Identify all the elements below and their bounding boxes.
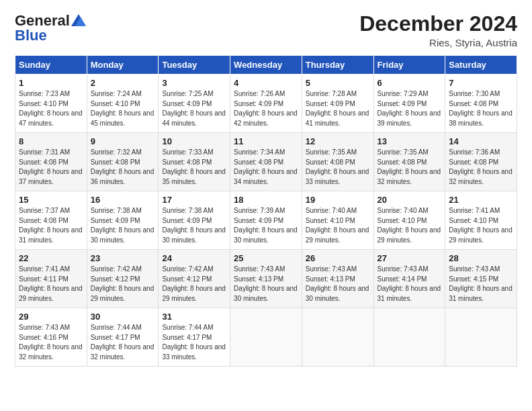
- day-number: 24: [162, 253, 226, 263]
- day-cell: 9 Sunrise: 7:32 AMSunset: 4:08 PMDayligh…: [87, 133, 159, 191]
- day-cell: 12 Sunrise: 7:35 AMSunset: 4:08 PMDaylig…: [302, 133, 373, 191]
- day-cell: 14 Sunrise: 7:36 AMSunset: 4:08 PMDaylig…: [445, 133, 517, 191]
- day-cell: 11 Sunrise: 7:34 AMSunset: 4:08 PMDaylig…: [230, 133, 302, 191]
- day-info: Sunrise: 7:33 AMSunset: 4:08 PMDaylight:…: [162, 148, 226, 187]
- day-info: Sunrise: 7:39 AMSunset: 4:09 PMDaylight:…: [234, 206, 298, 245]
- day-number: 7: [449, 78, 513, 88]
- day-info: Sunrise: 7:43 AMSunset: 4:16 PMDaylight:…: [19, 323, 83, 362]
- day-cell: 16 Sunrise: 7:38 AMSunset: 4:09 PMDaylig…: [87, 191, 159, 250]
- day-number: 30: [91, 312, 155, 322]
- calendar-table: SundayMondayTuesdayWednesdayThursdayFrid…: [15, 55, 517, 367]
- day-info: Sunrise: 7:44 AMSunset: 4:17 PMDaylight:…: [91, 323, 155, 362]
- day-cell: 30 Sunrise: 7:44 AMSunset: 4:17 PMDaylig…: [87, 308, 159, 367]
- day-number: 11: [234, 136, 298, 146]
- day-cell: 4 Sunrise: 7:26 AMSunset: 4:09 PMDayligh…: [230, 75, 302, 133]
- day-cell: 25 Sunrise: 7:43 AMSunset: 4:13 PMDaylig…: [230, 250, 302, 308]
- day-number: 6: [378, 78, 442, 88]
- day-cell: 29 Sunrise: 7:43 AMSunset: 4:16 PMDaylig…: [15, 308, 87, 367]
- day-number: 20: [378, 195, 442, 205]
- week-row-4: 22 Sunrise: 7:41 AMSunset: 4:11 PMDaylig…: [15, 250, 517, 308]
- day-number: 12: [306, 136, 370, 146]
- day-cell: 22 Sunrise: 7:41 AMSunset: 4:11 PMDaylig…: [15, 250, 87, 308]
- day-number: 9: [91, 136, 155, 146]
- day-info: Sunrise: 7:42 AMSunset: 4:12 PMDaylight:…: [162, 265, 226, 304]
- day-info: Sunrise: 7:31 AMSunset: 4:08 PMDaylight:…: [19, 148, 83, 187]
- col-header-saturday: Saturday: [445, 56, 517, 75]
- day-info: Sunrise: 7:43 AMSunset: 4:15 PMDaylight:…: [449, 265, 513, 304]
- day-cell: 15 Sunrise: 7:37 AMSunset: 4:08 PMDaylig…: [15, 191, 87, 250]
- day-info: Sunrise: 7:43 AMSunset: 4:13 PMDaylight:…: [306, 265, 370, 304]
- subtitle: Ries, Styria, Austria: [359, 37, 517, 48]
- day-info: Sunrise: 7:23 AMSunset: 4:10 PMDaylight:…: [19, 89, 83, 128]
- col-header-sunday: Sunday: [15, 56, 87, 75]
- day-info: Sunrise: 7:28 AMSunset: 4:09 PMDaylight:…: [306, 89, 370, 128]
- day-info: Sunrise: 7:37 AMSunset: 4:08 PMDaylight:…: [19, 206, 83, 245]
- day-info: Sunrise: 7:43 AMSunset: 4:13 PMDaylight:…: [234, 265, 298, 304]
- day-info: Sunrise: 7:32 AMSunset: 4:08 PMDaylight:…: [91, 148, 155, 187]
- day-number: 31: [162, 312, 226, 322]
- col-header-wednesday: Wednesday: [230, 56, 302, 75]
- day-cell: 27 Sunrise: 7:43 AMSunset: 4:14 PMDaylig…: [373, 250, 445, 308]
- day-number: 16: [91, 195, 155, 205]
- day-info: Sunrise: 7:44 AMSunset: 4:17 PMDaylight:…: [162, 323, 226, 362]
- day-number: 26: [306, 253, 370, 263]
- day-number: 25: [234, 253, 298, 263]
- day-cell: 10 Sunrise: 7:33 AMSunset: 4:08 PMDaylig…: [159, 133, 230, 191]
- day-number: 5: [306, 78, 370, 88]
- day-cell: 23 Sunrise: 7:42 AMSunset: 4:12 PMDaylig…: [87, 250, 159, 308]
- day-number: 1: [19, 78, 83, 88]
- day-cell: 24 Sunrise: 7:42 AMSunset: 4:12 PMDaylig…: [159, 250, 230, 308]
- week-row-1: 1 Sunrise: 7:23 AMSunset: 4:10 PMDayligh…: [15, 75, 517, 133]
- day-info: Sunrise: 7:35 AMSunset: 4:08 PMDaylight:…: [378, 148, 442, 187]
- day-cell: 6 Sunrise: 7:29 AMSunset: 4:09 PMDayligh…: [373, 75, 445, 133]
- col-header-thursday: Thursday: [302, 56, 373, 75]
- month-title: December 2024: [359, 12, 517, 36]
- day-number: 18: [234, 195, 298, 205]
- day-info: Sunrise: 7:30 AMSunset: 4:08 PMDaylight:…: [449, 89, 513, 128]
- day-cell: [230, 308, 302, 367]
- day-cell: 7 Sunrise: 7:30 AMSunset: 4:08 PMDayligh…: [445, 75, 517, 133]
- day-info: Sunrise: 7:34 AMSunset: 4:08 PMDaylight:…: [234, 148, 298, 187]
- day-number: 13: [378, 136, 442, 146]
- page: General Blue December 2024 Ries, Styria,…: [0, 0, 532, 411]
- day-info: Sunrise: 7:26 AMSunset: 4:09 PMDaylight:…: [234, 89, 298, 128]
- day-number: 28: [449, 253, 513, 263]
- day-number: 8: [19, 136, 83, 146]
- day-cell: 2 Sunrise: 7:24 AMSunset: 4:10 PMDayligh…: [87, 75, 159, 133]
- day-number: 10: [162, 136, 226, 146]
- logo-blue: Blue: [15, 27, 47, 44]
- day-cell: 18 Sunrise: 7:39 AMSunset: 4:09 PMDaylig…: [230, 191, 302, 250]
- day-number: 3: [162, 78, 226, 88]
- day-cell: [302, 308, 373, 367]
- logo: General Blue: [15, 12, 86, 44]
- day-cell: 28 Sunrise: 7:43 AMSunset: 4:15 PMDaylig…: [445, 250, 517, 308]
- day-number: 27: [378, 253, 442, 263]
- day-number: 2: [91, 78, 155, 88]
- day-cell: 26 Sunrise: 7:43 AMSunset: 4:13 PMDaylig…: [302, 250, 373, 308]
- day-info: Sunrise: 7:43 AMSunset: 4:14 PMDaylight:…: [378, 265, 442, 304]
- logo-icon: [71, 14, 86, 26]
- day-cell: 17 Sunrise: 7:38 AMSunset: 4:09 PMDaylig…: [159, 191, 230, 250]
- col-header-monday: Monday: [87, 56, 159, 75]
- day-cell: 5 Sunrise: 7:28 AMSunset: 4:09 PMDayligh…: [302, 75, 373, 133]
- day-info: Sunrise: 7:24 AMSunset: 4:10 PMDaylight:…: [91, 89, 155, 128]
- day-cell: 1 Sunrise: 7:23 AMSunset: 4:10 PMDayligh…: [15, 75, 87, 133]
- day-info: Sunrise: 7:42 AMSunset: 4:12 PMDaylight:…: [91, 265, 155, 304]
- day-number: 4: [234, 78, 298, 88]
- day-number: 14: [449, 136, 513, 146]
- day-info: Sunrise: 7:40 AMSunset: 4:10 PMDaylight:…: [306, 206, 370, 245]
- day-number: 29: [19, 312, 83, 322]
- day-cell: [373, 308, 445, 367]
- header: General Blue December 2024 Ries, Styria,…: [15, 12, 517, 48]
- day-cell: 31 Sunrise: 7:44 AMSunset: 4:17 PMDaylig…: [159, 308, 230, 367]
- day-cell: 21 Sunrise: 7:41 AMSunset: 4:10 PMDaylig…: [445, 191, 517, 250]
- day-cell: 20 Sunrise: 7:40 AMSunset: 4:10 PMDaylig…: [373, 191, 445, 250]
- day-number: 23: [91, 253, 155, 263]
- day-info: Sunrise: 7:41 AMSunset: 4:11 PMDaylight:…: [19, 265, 83, 304]
- week-row-2: 8 Sunrise: 7:31 AMSunset: 4:08 PMDayligh…: [15, 133, 517, 191]
- day-info: Sunrise: 7:41 AMSunset: 4:10 PMDaylight:…: [449, 206, 513, 245]
- day-info: Sunrise: 7:38 AMSunset: 4:09 PMDaylight:…: [91, 206, 155, 245]
- day-number: 21: [449, 195, 513, 205]
- day-number: 22: [19, 253, 83, 263]
- day-info: Sunrise: 7:36 AMSunset: 4:08 PMDaylight:…: [449, 148, 513, 187]
